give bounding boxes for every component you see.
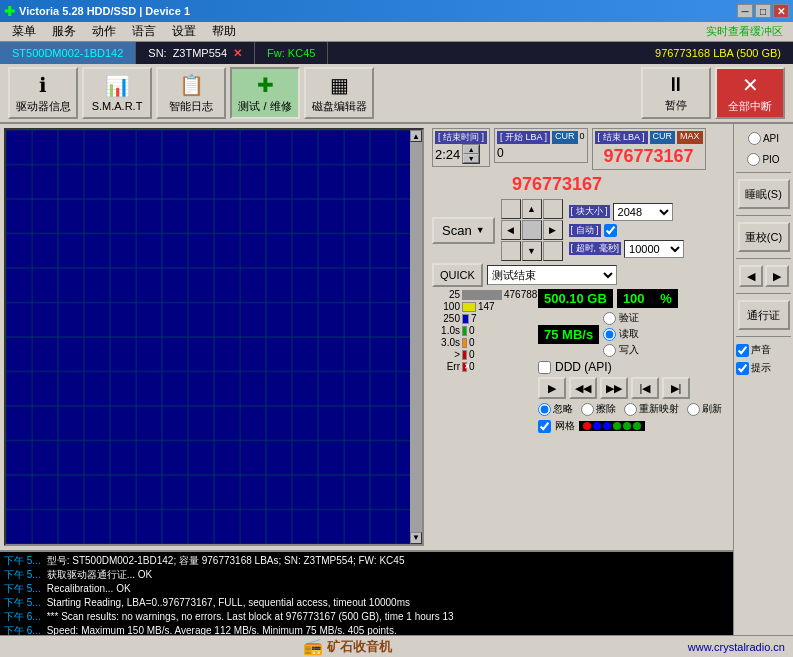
toolbar: ℹ 驱动器信息 📊 S.M.A.R.T 📋 智能日志 ✚ 测试 / 维修 ▦ 磁…: [0, 64, 793, 124]
log-time-3[interactable]: 下午 5...: [4, 596, 41, 610]
remap-radio[interactable]: [624, 403, 637, 416]
lba-end-header: [ 结束 LBA ] CUR MAX: [595, 131, 703, 144]
menu-item-service[interactable]: 服务: [44, 21, 84, 42]
block-size-label: [ 块大小 ]: [569, 205, 610, 218]
speed-row-250: 250 7: [432, 313, 534, 324]
maximize-button[interactable]: □: [755, 4, 771, 18]
write-radio[interactable]: [603, 344, 616, 357]
time-label: [ 结束时间 ]: [435, 131, 487, 144]
status-logo: 📻 矿石收音机: [303, 637, 392, 656]
block-size-select[interactable]: 2048: [613, 203, 673, 221]
smart-icon: 📊: [105, 74, 130, 98]
dot-red: [583, 422, 591, 430]
dir-up[interactable]: ▲: [522, 199, 542, 219]
smart-log-button[interactable]: 📋 智能日志: [156, 67, 226, 119]
cur-value: 0: [580, 131, 585, 144]
grid-checkbox[interactable]: [538, 420, 551, 433]
close-button[interactable]: ✕: [773, 4, 789, 18]
block-size-row: [ 块大小 ] 2048: [569, 203, 685, 221]
prev-button[interactable]: ◀◀: [569, 377, 597, 399]
scroll-down-arrow[interactable]: ▼: [410, 532, 422, 544]
disk-editor-button[interactable]: ▦ 磁盘编辑器: [304, 67, 374, 119]
last-button[interactable]: ▶|: [662, 377, 690, 399]
speed-radio-row: 75 MB/s 验证 读取: [538, 311, 722, 357]
passport-button[interactable]: 通行证: [738, 300, 790, 330]
menu-item-language[interactable]: 语言: [124, 21, 164, 42]
next-button[interactable]: ▶▶: [600, 377, 628, 399]
title-bar: ✚ Victoria 5.28 HDD/SSD | Device 1 ─ □ ✕: [0, 0, 793, 22]
info-icon: ℹ: [39, 73, 47, 97]
scroll-up-arrow[interactable]: ▲: [410, 130, 422, 142]
sound-checkbox-row: 声音: [736, 343, 791, 357]
sleep-button[interactable]: 睡眠(S): [738, 179, 790, 209]
test-result-select[interactable]: 测试结束: [487, 265, 617, 285]
scan-label: Scan: [442, 223, 472, 238]
stop-icon: ✕: [742, 73, 759, 97]
log-time-5[interactable]: 下午 6...: [4, 624, 41, 635]
speed-label-250: 250: [432, 313, 460, 324]
dir-empty-tl: [501, 199, 521, 219]
ignore-radio[interactable]: [538, 403, 551, 416]
sn-close-button[interactable]: ✕: [233, 47, 242, 60]
log-time-1[interactable]: 下午 5...: [4, 568, 41, 582]
dir-left[interactable]: ◀: [501, 220, 521, 240]
log-text-3: Starting Reading, LBA=0..976773167, FULL…: [47, 596, 410, 610]
recalibrate-button[interactable]: 重校(C): [738, 222, 790, 252]
read-radio[interactable]: [603, 328, 616, 341]
graph-canvas: [6, 130, 422, 544]
content-area: ▲ ▼ [ 结束时间 ] 2:24 ▲: [0, 124, 793, 635]
timeout-select[interactable]: 10000: [624, 240, 684, 258]
first-button[interactable]: |◀: [631, 377, 659, 399]
menu-item-menu[interactable]: 菜单: [4, 21, 44, 42]
play-button[interactable]: ▶: [538, 377, 566, 399]
refresh-radio[interactable]: [687, 403, 700, 416]
pio-radio[interactable]: [747, 153, 760, 166]
minimize-button[interactable]: ─: [737, 4, 753, 18]
device-size: 976773168 LBA (500 GB): [643, 47, 793, 59]
sidebar-divider-4: [736, 293, 791, 294]
dir-right[interactable]: ▶: [543, 220, 563, 240]
side-right-button[interactable]: ▶: [765, 265, 789, 287]
dir-down[interactable]: ▼: [522, 241, 542, 261]
results-area: 25 476788 100 147 250: [432, 289, 729, 433]
drive-info-button[interactable]: ℹ 驱动器信息: [8, 67, 78, 119]
smart-button[interactable]: 📊 S.M.A.R.T: [82, 67, 152, 119]
auto-checkbox[interactable]: [604, 224, 617, 237]
log-time-0[interactable]: 下午 5...: [4, 554, 41, 568]
api-radio[interactable]: [748, 132, 761, 145]
app-window: ✚ Victoria 5.28 HDD/SSD | Device 1 ─ □ ✕…: [0, 0, 793, 657]
side-btn-row: ◀ ▶: [739, 265, 789, 287]
log-time-4[interactable]: 下午 6...: [4, 610, 41, 624]
time-display: 2:24: [435, 147, 460, 162]
time-spin-up[interactable]: ▲: [463, 145, 479, 154]
dir-center[interactable]: [522, 220, 542, 240]
dir-empty-br: [543, 241, 563, 261]
log-time-2[interactable]: 下午 5...: [4, 582, 41, 596]
stop-all-button[interactable]: ✕ 全部中断: [715, 67, 785, 119]
menu-item-action[interactable]: 动作: [84, 21, 124, 42]
verify-radio[interactable]: [603, 312, 616, 325]
website-link[interactable]: www.crystalradio.cn: [688, 641, 785, 653]
quick-button[interactable]: QUICK: [432, 263, 483, 287]
timeout-label: [ 超时, 毫秒]: [569, 242, 622, 255]
status-bar: 📻 矿石收音机 www.crystalradio.cn: [0, 635, 793, 657]
log-line-4: 下午 6... *** Scan results: no warnings, n…: [4, 610, 729, 624]
realtime-view[interactable]: 实时查看缓冲区: [700, 22, 789, 41]
hint-checkbox[interactable]: [736, 362, 749, 375]
time-spinner[interactable]: ▲ ▼: [462, 144, 480, 164]
erase-radio[interactable]: [581, 403, 594, 416]
ddd-checkbox[interactable]: [538, 361, 551, 374]
scrollbar[interactable]: ▲ ▼: [410, 130, 422, 544]
scroll-track[interactable]: [410, 142, 422, 532]
menu-item-settings[interactable]: 设置: [164, 21, 204, 42]
menu-item-help[interactable]: 帮助: [204, 21, 244, 42]
title-bar-left: ✚ Victoria 5.28 HDD/SSD | Device 1: [4, 4, 190, 19]
device-tab[interactable]: ST500DM002-1BD142: [0, 42, 136, 64]
side-left-button[interactable]: ◀: [739, 265, 763, 287]
test-repair-button[interactable]: ✚ 测试 / 维修: [230, 67, 300, 119]
sound-checkbox[interactable]: [736, 344, 749, 357]
pause-button[interactable]: ⏸ 暂停: [641, 67, 711, 119]
menu-bar: 菜单 服务 动作 语言 设置 帮助 实时查看缓冲区: [0, 22, 793, 42]
scan-button[interactable]: Scan: [432, 217, 495, 244]
time-spin-down[interactable]: ▼: [463, 154, 479, 163]
